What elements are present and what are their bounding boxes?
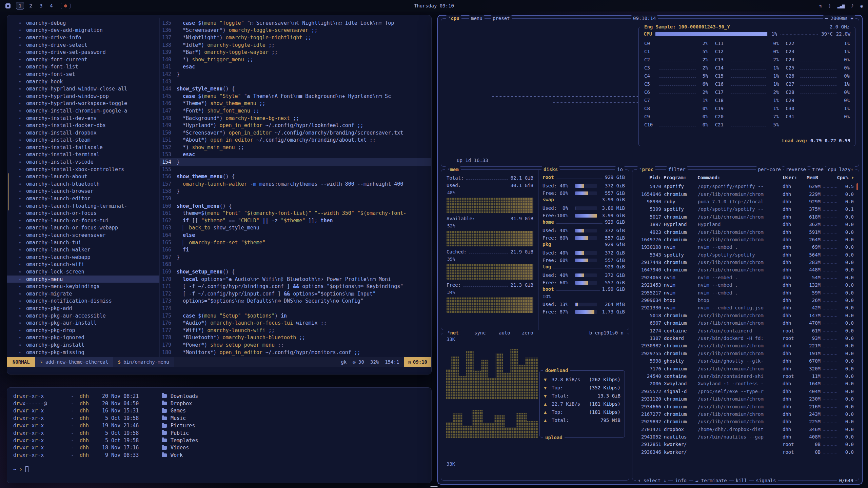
tree-button[interactable]: tree (810, 166, 826, 172)
footer-action[interactable]: ↑ select ↓ (636, 477, 668, 484)
tree-item[interactable]: ∗omarchy-install-vscode (7, 158, 159, 166)
tree-item[interactable]: ∗omarchy-install-steam (7, 137, 159, 144)
code-line[interactable]: 145 case $(menu "Style" "◍ Theme\nA Font… (160, 93, 431, 100)
network-arrows-icon[interactable]: ⇅ (819, 3, 822, 8)
code-line[interactable]: 137 *Nightlight*) omarchy-toggle-nightli… (160, 34, 431, 41)
proc-scrollbar-thumb[interactable] (856, 183, 858, 190)
column-header[interactable]: Cpu% ↑ (821, 175, 854, 180)
code-line[interactable]: 159 (160, 195, 431, 202)
code-line[interactable]: 153 esac (160, 151, 431, 159)
process-row[interactable]: 6907chromium/usr/lib/chromium/chromdhh47… (637, 319, 854, 327)
tree-item[interactable]: ∗omarchy-pkg-drop (7, 327, 159, 334)
column-header[interactable]: Program: (664, 175, 697, 180)
code-line[interactable]: 163 ▏ back_to show_style_menu (160, 224, 431, 232)
preset-button[interactable]: preset (491, 15, 512, 21)
mem-panel-title[interactable]: ²mem (445, 166, 461, 172)
command-line[interactable] (7, 367, 431, 374)
screen-record-indicator[interactable] (61, 3, 71, 9)
disks-title[interactable]: disks (541, 166, 560, 172)
tree-item[interactable]: ∗omarchy-pkg-add (7, 305, 159, 312)
code-line[interactable]: 167} (160, 253, 431, 261)
process-row[interactable]: 1274containe/usr/bin/containerdroot61M0.… (637, 327, 854, 334)
proc-panel-title[interactable]: ⁴proc (637, 166, 655, 172)
tree-item[interactable]: ∗omarchy-drive-info (7, 34, 159, 41)
tree-item[interactable]: ∗omarchy-install-chromium-google-a (7, 107, 159, 115)
tree-item[interactable]: ∗omarchy-drive-set-password (7, 48, 159, 56)
process-row[interactable]: 1649776chromium/usr/lib/chromium/chromdh… (637, 236, 854, 243)
code-line[interactable]: 141 esac (160, 63, 431, 71)
process-row[interactable]: 2701421dropbox/home/dhh/.dropbox-distdhh… (637, 426, 854, 433)
tree-item[interactable]: ∗omarchy-migrate (7, 290, 159, 298)
tree-item[interactable]: ∗omarchy-lock-screen (7, 268, 159, 276)
tree-item[interactable]: ∗omarchy-hook (7, 78, 159, 85)
process-row[interactable]: 7176chromium/usr/lib/chromium/chromdhh32… (637, 365, 854, 372)
tree-item[interactable]: ∗omarchy-font-current (7, 56, 159, 63)
code-line[interactable]: 139 *Bar*) omarchy-toggle-waybar ;; (160, 48, 431, 56)
code-line[interactable]: 140 *) show_trigger_menu ;; (160, 56, 431, 63)
tree-item[interactable]: ∗omarchy-notification-dismiss (7, 298, 159, 305)
code-line[interactable]: 150 *Screensaver*) open_in_editor ~/.con… (160, 129, 431, 137)
process-row[interactable]: 5017chromium/usr/lib/chromium/chromdhh61… (637, 213, 854, 221)
column-header[interactable]: MemB (801, 175, 821, 180)
process-row[interactable]: 2929892chromium/usr/lib/chromium/chromdh… (637, 418, 854, 425)
code-line[interactable]: 168 (160, 261, 431, 268)
process-row[interactable]: 1897HyprlandHyprlanddhh362M0.0 (637, 221, 854, 228)
workspace-4[interactable]: 4 (47, 2, 55, 9)
per-core-button[interactable]: per-core (756, 166, 783, 172)
bluetooth-icon[interactable]: ᛒ (828, 3, 831, 8)
tree-item[interactable]: ∗omarchy-launch-or-focus-webapp (7, 224, 159, 232)
tree-item[interactable]: ∗omarchy-pkg-install (7, 341, 159, 349)
process-row[interactable]: 1647940chromium/usr/lib/chromium/chromdh… (637, 266, 854, 273)
shell-prompt[interactable]: ~ › (13, 466, 425, 472)
net-interface-selector[interactable]: b enp191s0 n (587, 330, 626, 336)
process-row[interactable]: 2921330nvimnvim --embed config.jsodhh42M… (637, 304, 854, 311)
tree-item[interactable]: ∗omarchy-install-dropbox (7, 129, 159, 137)
code-line[interactable]: 171 [ -f ~/.config/hypr/bindings.conf ] … (160, 283, 431, 290)
footer-action[interactable]: signals (754, 477, 778, 484)
process-row[interactable]: 1930108nvimnvim --embed .dhh69M0.0 (637, 243, 854, 251)
tree-item[interactable]: ∗omarchy-font-list (7, 63, 159, 71)
process-row[interactable]: 1307dockerd/usr/bin/dockerd -H fd:root93… (637, 334, 854, 342)
code-line[interactable]: 158} (160, 188, 431, 195)
code-line[interactable]: 180 *Monitors*) open_in_editor ~/.config… (160, 349, 431, 356)
tree-item[interactable]: ∗omarchy-pkg-aur-install (7, 319, 159, 327)
tree-item[interactable]: ∗omarchy-launch-screensaver (7, 231, 159, 239)
tree-item[interactable]: ∗omarchy-hyprland-window-pop (7, 93, 159, 100)
tree-item[interactable]: ∗omarchy-pkg-aur-accessible (7, 312, 159, 320)
tree-item[interactable]: ∗omarchy-install-dev-env (7, 115, 159, 122)
power-icon[interactable]: ◉ (860, 3, 863, 8)
workspace-3[interactable]: 3 (37, 2, 45, 9)
code-line[interactable]: 148 *Background*) omarchy-theme-bg-next … (160, 115, 431, 122)
footer-action[interactable]: ↵ terminate (693, 477, 729, 484)
tree-item[interactable]: ∗omarchy-menu-keybindings (7, 283, 159, 290)
process-row[interactable]: 1654946chromium/usr/lib/chromium/chromdh… (637, 190, 854, 198)
tree-item[interactable]: ∗omarchy-launch-browser (7, 188, 159, 195)
tree-scrollbar[interactable] (8, 173, 9, 210)
process-row[interactable]: 2924063nvimnvim --embed .dhh54M0.0 (637, 274, 854, 281)
io-toggle[interactable]: io (615, 166, 625, 172)
process-row[interactable]: 2938346kworker/root0B0.0 (637, 448, 854, 456)
code-line[interactable]: 176 *Audio*) omarchy-launch-or-focus-tui… (160, 319, 431, 327)
tree-item[interactable]: ∗omarchy-install-xbox-controllers (7, 166, 159, 173)
code-line[interactable]: 172 [ -f ~/.config/hypr/input.conf ] && … (160, 290, 431, 298)
process-row[interactable]: 24540containe/usr/bin/containerd-shiroot… (637, 372, 854, 380)
workspace-1[interactable]: 1 (16, 2, 24, 9)
code-line[interactable]: 146 *Theme*) show_theme_menu ;; (160, 100, 431, 107)
code-line[interactable]: 144show_style_menu() { (160, 85, 431, 93)
tree-item[interactable]: ∗omarchy-install-docker-dbs (7, 122, 159, 129)
process-row[interactable]: 2917448chromium/usr/lib/chromium/chromdh… (637, 259, 854, 266)
workspace-2[interactable]: 2 (27, 2, 34, 9)
code-line[interactable]: 164 else (160, 231, 431, 239)
code-line[interactable]: 143 (160, 78, 431, 85)
reverse-button[interactable]: reverse (784, 166, 808, 172)
dock-hint[interactable] (430, 486, 438, 487)
process-row[interactable]: 2930982chromium/usr/lib/chromium/chromdh… (637, 342, 854, 349)
code-line[interactable]: 142} (160, 70, 431, 78)
column-header[interactable]: Pid: (637, 175, 664, 180)
net-sync-button[interactable]: sync (472, 330, 488, 336)
process-row[interactable]: 2935572signal-d/proc/self/exe --type=rdh… (637, 388, 854, 395)
process-row[interactable]: 2941052nautilus/usr/bin/nautilus --gapdh… (637, 433, 854, 441)
cpu-panel-title[interactable]: ¹cpu (446, 15, 461, 21)
code-line[interactable]: 152 *) show_main_menu ;; (160, 144, 431, 151)
tree-item[interactable]: ∗omarchy-pkg-ignored (7, 334, 159, 342)
